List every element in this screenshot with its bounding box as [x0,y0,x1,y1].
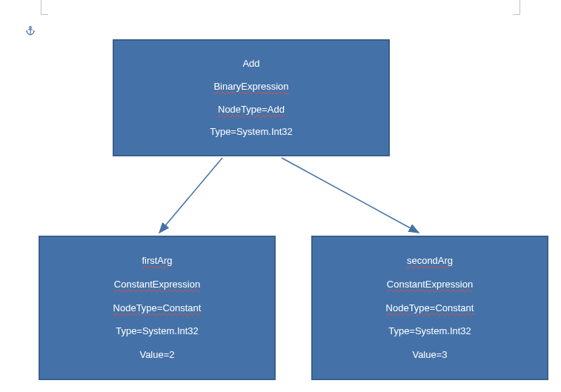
node-nodetype: NodeType=Add [117,104,385,116]
node-add: Add BinaryExpression NodeType=Add Type=S… [113,39,390,156]
node-title: firstArg [43,255,271,267]
node-nodetype: NodeType=Constant [316,302,544,314]
node-type: Type=System.Int32 [316,325,544,337]
node-type: Type=System.Int32 [117,126,385,138]
page-margin-corner-right [513,0,520,15]
node-value: Value=3 [316,349,544,361]
node-type: Type=System.Int32 [43,325,271,337]
node-firstarg: firstArg ConstantExpression NodeType=Con… [39,236,276,380]
node-expr: ConstantExpression [43,279,271,290]
svg-line-4 [159,158,222,233]
node-title: Add [117,58,385,70]
node-secondarg: secondArg ConstantExpression NodeType=Co… [311,236,548,380]
page-margin-corner-left [41,0,48,15]
svg-line-5 [282,158,419,233]
node-nodetype: NodeType=Constant [43,302,271,314]
svg-point-0 [30,27,32,29]
anchor-icon [25,25,36,36]
node-expr: BinaryExpression [117,81,385,93]
node-title: secondArg [316,255,544,267]
node-expr: ConstantExpression [316,279,544,290]
node-value: Value=2 [43,349,271,361]
